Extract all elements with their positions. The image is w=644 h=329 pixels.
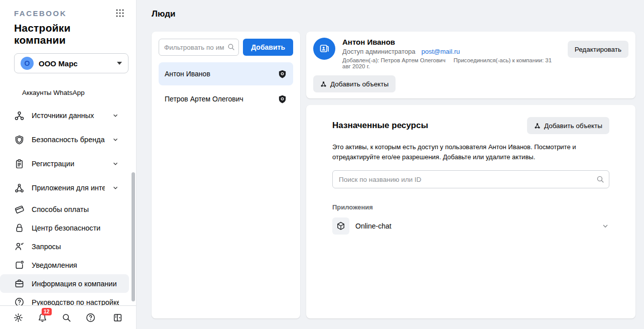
notification-badge: 12	[42, 308, 52, 315]
search-icon	[227, 43, 235, 51]
lock-icon	[14, 223, 25, 233]
company-selector[interactable]: O ООО Марс	[14, 53, 128, 73]
sidebar-item-label: Информация о компании	[32, 280, 119, 288]
sidebar-item-payment-methods[interactable]: Способы оплаты	[0, 200, 129, 218]
sidebar-item-notifications[interactable]: Уведомления	[0, 256, 129, 274]
added-by-label: Добавлен(-а): Петров Артем Олегович	[342, 57, 445, 63]
sidebar-item-label: Регистрации	[32, 160, 105, 168]
sidebar-footer: 12	[0, 305, 136, 329]
resource-search-input[interactable]	[332, 170, 609, 188]
person-meta: Добавлен(-а): Петров Артем ОлеговичПрисо…	[342, 57, 561, 69]
notification-icon	[14, 260, 25, 270]
facebook-logo: FACEBOOK	[14, 9, 67, 18]
add-person-button[interactable]: Добавить	[243, 39, 293, 56]
sidebar-scrollbar[interactable]	[132, 172, 135, 301]
sidebar-item-label: Способы оплаты	[32, 205, 119, 213]
person-avatar-icon	[313, 38, 335, 60]
sidebar-item-label: Центр безопасности	[32, 224, 119, 232]
search-icon[interactable]	[61, 312, 72, 323]
chevron-down-icon	[112, 136, 119, 143]
page-title: Люди	[152, 9, 635, 19]
gear-icon[interactable]	[13, 312, 24, 323]
shield-icon	[14, 135, 25, 145]
people-panel: Добавить Антон Иванов Петров Артем Олего…	[152, 32, 300, 318]
chevron-down-icon	[112, 184, 119, 191]
sidebar-item-label: Источники данных	[32, 112, 105, 120]
chevron-down-icon[interactable]	[601, 222, 609, 230]
sidebar-item-label: Приложения для интег...	[32, 184, 105, 192]
edit-button[interactable]: Редактировать	[568, 41, 628, 58]
sidebar-item-requests[interactable]: Запросы	[0, 237, 129, 256]
caret-down-icon	[117, 62, 122, 65]
sidebar-title: Настройки компании	[0, 18, 136, 46]
access-level-label: Доступ администратора	[342, 48, 416, 55]
sidebar-item-label: Запросы	[32, 243, 119, 251]
admin-shield-icon	[278, 69, 287, 79]
person-row-anton-ivanov[interactable]: Антон Иванов	[159, 62, 293, 85]
person-detail-header: Антон Иванов Доступ администратораpost@m…	[306, 32, 635, 98]
add-assets-label: Добавить объекты	[544, 122, 602, 130]
triangle-nodes-icon	[320, 81, 327, 87]
add-assets-button[interactable]: Добавить объекты	[313, 75, 396, 92]
clipboard-icon	[14, 159, 25, 169]
sidebar-item-whatsapp-accounts[interactable]: Аккаунты WhatsApp	[0, 86, 136, 98]
company-name: ООО Марс	[39, 59, 112, 68]
payment-card-icon	[14, 204, 25, 214]
triangle-nodes-icon	[14, 183, 25, 193]
apps-group-label: Приложения	[332, 203, 609, 211]
sidebar-item-label: Уведомления	[32, 261, 119, 269]
app-grid-icon[interactable]	[115, 8, 125, 18]
sidebar-item-label: Безопасность бренда	[32, 136, 105, 144]
app-name: Online-chat	[355, 222, 392, 230]
sidebar-item-integrations[interactable]: Приложения для интег...	[0, 176, 129, 200]
sidebar-item-registrations[interactable]: Регистрации	[0, 152, 129, 176]
sidebar: FACEBOOK Настройки компании O ООО Марс А…	[0, 0, 137, 329]
collapse-sidebar-icon[interactable]	[112, 312, 123, 323]
admin-shield-icon	[278, 94, 287, 104]
main-content: Люди Добавить Антон Иванов	[137, 0, 644, 329]
add-assets-button[interactable]: Добавить объекты	[527, 117, 609, 134]
triangle-nodes-icon	[534, 123, 541, 129]
assigned-resources-panel: Назначенные ресурсы Добавить объекты Это…	[306, 105, 635, 318]
resources-description: Это активы, к которым есть доступ у поль…	[332, 142, 609, 162]
person-name: Петров Артем Олегович	[165, 95, 278, 103]
sidebar-item-brand-safety[interactable]: Безопасность бренда	[0, 128, 129, 152]
data-sources-icon	[14, 111, 25, 121]
person-row-petrov-artem[interactable]: Петров Артем Олегович	[159, 87, 293, 111]
chevron-down-icon	[112, 160, 119, 167]
resources-title: Назначенные ресурсы	[332, 121, 428, 131]
sidebar-item-business-info[interactable]: Информация о компании	[0, 274, 129, 293]
cube-icon	[332, 217, 349, 235]
company-avatar: O	[21, 57, 34, 70]
sidebar-item-label: Аккаунты WhatsApp	[22, 89, 85, 96]
person-check-icon	[14, 241, 25, 252]
people-list: Антон Иванов Петров Артем Олегович	[159, 62, 293, 111]
app-row-online-chat[interactable]: Online-chat	[332, 216, 609, 236]
person-email-link[interactable]: post@mail.ru	[422, 48, 460, 55]
briefcase-icon	[14, 278, 25, 289]
search-icon	[596, 175, 605, 184]
sidebar-item-data-sources[interactable]: Источники данных	[0, 103, 129, 128]
person-name-heading: Антон Иванов	[342, 38, 561, 46]
add-assets-label: Добавить объекты	[330, 80, 389, 88]
sidebar-nav: Источники данных Безопасность бренда	[0, 103, 136, 311]
chevron-down-icon	[112, 112, 119, 119]
person-name: Антон Иванов	[165, 70, 278, 78]
sidebar-item-security-center[interactable]: Центр безопасности	[0, 218, 129, 237]
help-icon[interactable]	[85, 312, 96, 323]
bell-icon[interactable]: 12	[37, 312, 48, 323]
